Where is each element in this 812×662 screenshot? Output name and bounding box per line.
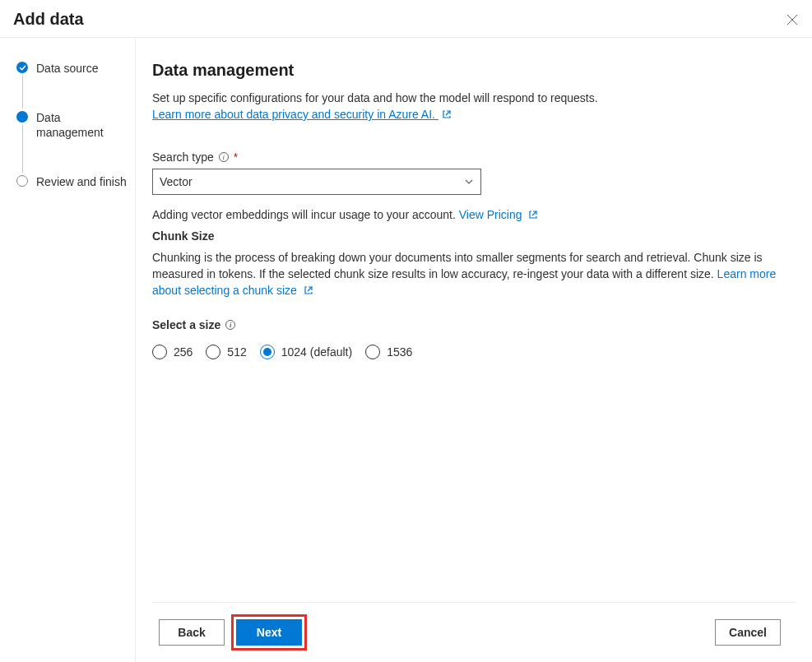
cancel-button[interactable]: Cancel — [715, 619, 781, 646]
close-icon[interactable] — [786, 13, 799, 26]
next-button[interactable]: Next — [236, 619, 302, 646]
step-review-finish[interactable]: Review and finish — [16, 174, 128, 189]
learn-more-link[interactable]: Learn more about data privacy and securi… — [152, 108, 452, 121]
check-icon — [16, 62, 28, 73]
info-icon[interactable]: i — [219, 152, 229, 162]
view-pricing-link[interactable]: View Pricing — [459, 208, 539, 221]
chunk-size-option-1536[interactable]: 1536 — [365, 345, 412, 359]
step-label: Data management — [36, 110, 128, 140]
search-type-label: Search type — [152, 150, 214, 164]
chevron-down-icon — [464, 177, 474, 187]
step-data-management[interactable]: Data management — [16, 110, 128, 174]
upcoming-step-icon — [16, 175, 28, 187]
step-data-source[interactable]: Data source — [16, 61, 128, 110]
dialog-title: Add data — [13, 10, 84, 29]
search-type-dropdown[interactable]: Vector — [152, 169, 481, 195]
embedding-hint: Adding vector embeddings will incur usag… — [152, 208, 459, 221]
page-description: Set up specific configurations for your … — [152, 91, 598, 104]
current-step-icon — [16, 111, 28, 123]
required-indicator: * — [234, 150, 238, 164]
radio-label: 256 — [174, 345, 193, 359]
chunk-size-option-1024[interactable]: 1024 (default) — [260, 345, 352, 359]
chunk-size-option-256[interactable]: 256 — [152, 345, 193, 359]
wizard-steps: Data source Data management Review and f… — [0, 38, 136, 662]
page-title: Data management — [152, 61, 796, 80]
external-link-icon — [528, 210, 538, 220]
radio-label: 512 — [227, 345, 246, 359]
chunk-size-heading: Chunk Size — [152, 229, 796, 243]
external-link-icon — [304, 285, 313, 295]
chunk-size-description: Chunking is the process of breaking down… — [152, 251, 763, 280]
chunk-size-option-512[interactable]: 512 — [206, 345, 246, 359]
radio-label: 1024 (default) — [281, 345, 352, 359]
chunk-size-radio-group: 256 512 1024 (default) 1536 — [152, 345, 796, 359]
external-link-icon — [442, 109, 452, 119]
select-size-label: Select a size — [152, 318, 220, 331]
next-button-highlight: Next — [231, 614, 307, 650]
dropdown-value: Vector — [160, 175, 193, 188]
step-label: Review and finish — [36, 174, 127, 189]
radio-label: 1536 — [387, 345, 412, 359]
step-label: Data source — [36, 61, 98, 76]
back-button[interactable]: Back — [159, 619, 225, 646]
info-icon[interactable]: i — [225, 320, 235, 330]
